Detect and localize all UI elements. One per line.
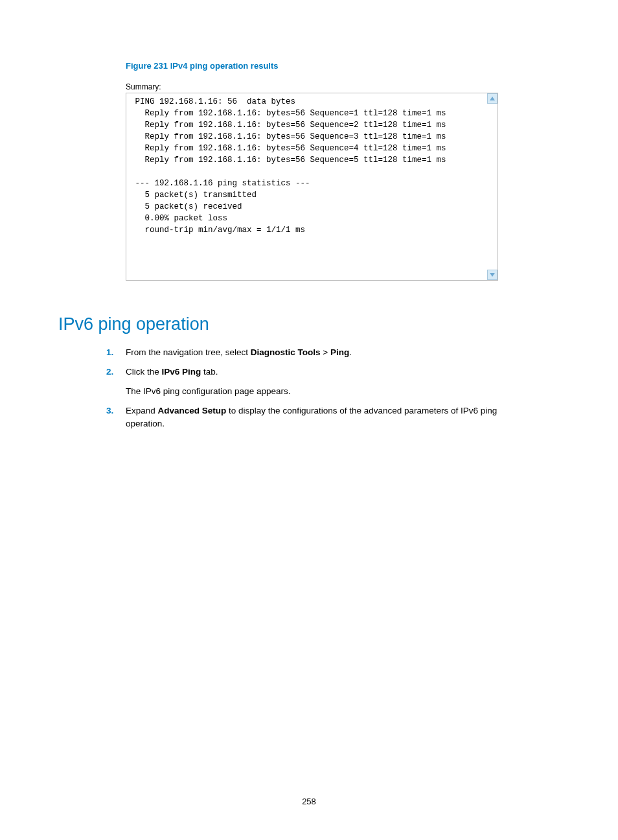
step-text: From the navigation tree, select	[126, 347, 251, 357]
step-3: Expand Advanced Setup to display the con…	[106, 404, 534, 430]
step-text: Expand	[126, 406, 158, 415]
scroll-up-button[interactable]	[487, 93, 498, 104]
svg-marker-0	[490, 97, 495, 100]
step-text: .	[349, 347, 352, 357]
figure-caption: Figure 231 IPv4 ping operation results	[126, 61, 560, 71]
step-text: Click the	[126, 367, 162, 377]
step-subtext: The IPv6 ping configuration page appears…	[126, 385, 534, 398]
step-1: From the navigation tree, select Diagnos…	[106, 346, 534, 359]
scroll-down-button[interactable]	[487, 270, 498, 280]
step-text: >	[321, 347, 330, 357]
step-bold: IPv6 Ping	[162, 367, 201, 377]
step-2: Click the IPv6 Ping tab. The IPv6 ping c…	[106, 366, 534, 398]
summary-label: Summary:	[126, 82, 501, 91]
summary-content: PING 192.168.1.16: 56 data bytes Reply f…	[126, 93, 498, 239]
page-number: 258	[0, 797, 618, 806]
summary-textarea: PING 192.168.1.16: 56 data bytes Reply f…	[126, 93, 498, 281]
step-bold: Ping	[330, 347, 349, 357]
svg-marker-1	[490, 273, 495, 277]
summary-container: Summary: PING 192.168.1.16: 56 data byte…	[126, 82, 501, 281]
step-text: tab.	[201, 367, 218, 377]
steps-list: From the navigation tree, select Diagnos…	[106, 346, 560, 430]
step-bold: Advanced Setup	[158, 406, 227, 415]
section-heading: IPv6 ping operation	[58, 314, 560, 334]
step-bold: Diagnostic Tools	[251, 347, 321, 357]
